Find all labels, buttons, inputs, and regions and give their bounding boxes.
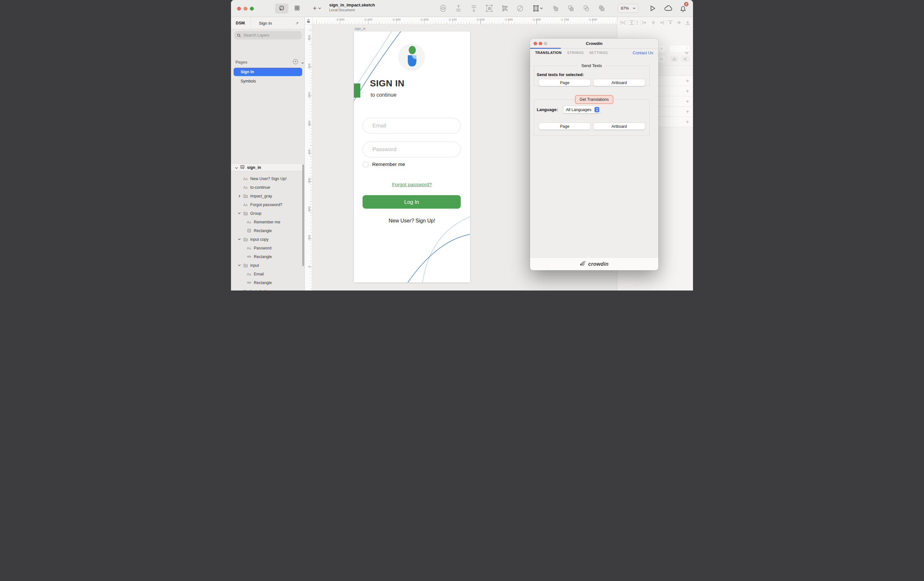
minimize-button[interactable] xyxy=(244,7,248,11)
email-field[interactable]: Email xyxy=(363,118,461,134)
add-style-button[interactable]: + xyxy=(686,99,689,104)
forgot-password-link[interactable]: Forgot password? xyxy=(354,182,470,187)
ungroup-button[interactable] xyxy=(500,4,509,13)
move-backward-button[interactable] xyxy=(470,4,478,13)
remember-me-checkbox[interactable] xyxy=(363,162,368,167)
contact-us-link[interactable]: Contact Us xyxy=(633,50,653,55)
chevron-right-icon[interactable] xyxy=(238,195,241,198)
layer-row-artboard-root[interactable]: sign_in xyxy=(231,163,304,171)
password-field[interactable]: Password xyxy=(363,142,461,157)
align-middle-vertical-icon[interactable] xyxy=(676,20,681,26)
log-in-button[interactable]: Log In xyxy=(363,195,461,209)
get-artboard-button[interactable]: Artboard xyxy=(594,123,645,130)
horizontal-ruler: -2 500 -2 400 -2 300 -2 200 -2 100 -2 00… xyxy=(312,17,617,25)
text-layer-icon: Aa xyxy=(243,177,248,181)
layer-row[interactable]: login button xyxy=(231,287,304,290)
artboard-subheading[interactable]: to continue xyxy=(371,92,396,98)
layer-row[interactable]: AaNew User? Sign Up! xyxy=(231,174,304,183)
tab-strings[interactable]: STRINGS xyxy=(567,51,584,55)
add-style-button[interactable]: + xyxy=(686,119,689,124)
rectangle-layer-icon xyxy=(246,256,252,257)
search-icon xyxy=(237,33,241,38)
green-accent-rectangle[interactable] xyxy=(354,83,360,98)
tab-dsm[interactable]: DSM. xyxy=(231,17,251,29)
sidebar: DSM. Sign In ↗ Pages + Sign In Symbols s… xyxy=(231,17,305,290)
folder-icon xyxy=(243,194,248,198)
search-input[interactable] xyxy=(243,33,291,38)
chevron-down-icon[interactable] xyxy=(238,264,241,266)
chevron-down-icon[interactable] xyxy=(235,165,238,170)
ruler-tick-label: -2 100 xyxy=(448,18,457,21)
zoom-level-value: 87% xyxy=(621,6,629,11)
get-page-button[interactable]: Page xyxy=(539,123,590,130)
distribute-horizontally-icon[interactable] xyxy=(620,20,625,26)
close-button[interactable] xyxy=(237,7,241,11)
align-bottom-icon[interactable] xyxy=(685,20,690,26)
zoom-window-button[interactable] xyxy=(250,7,254,11)
align-top-icon[interactable] xyxy=(668,20,673,26)
align-left-icon[interactable] xyxy=(642,20,647,26)
frame-tool-button[interactable] xyxy=(531,4,544,13)
create-symbol-button[interactable] xyxy=(439,4,447,13)
artboard-heading[interactable]: SIGN IN xyxy=(370,78,404,89)
crowdin-titlebar[interactable]: Crowdin xyxy=(530,38,658,48)
page-item-sign-in[interactable]: Sign In xyxy=(234,68,302,76)
zoom-level-control[interactable]: 87% xyxy=(618,4,639,13)
add-style-button[interactable]: + xyxy=(686,78,689,83)
crowdin-tabs: TRANSLATION STRINGS SETTINGS xyxy=(535,51,608,55)
layer-row[interactable]: input xyxy=(231,261,304,270)
add-style-button[interactable]: + xyxy=(686,109,689,114)
align-right-icon[interactable] xyxy=(659,20,664,26)
boolean-union-button[interactable] xyxy=(551,4,559,13)
tab-settings[interactable]: SETTINGS xyxy=(589,51,608,55)
layer-row[interactable]: AaRemember me xyxy=(231,218,304,226)
layer-row[interactable]: Rectangle xyxy=(231,278,304,287)
canvas-view-toggle[interactable] xyxy=(275,3,289,13)
artboard-icon xyxy=(240,165,245,170)
layer-row[interactable]: Group xyxy=(231,209,304,218)
document-title-block: sign_in_impact.sketch Local Document xyxy=(329,3,375,12)
move-forward-button[interactable] xyxy=(454,4,463,13)
layer-row[interactable]: AaForgot password? xyxy=(231,200,304,209)
layer-row[interactable]: AaPassword xyxy=(231,243,304,252)
layer-row[interactable]: Aato-continue xyxy=(231,183,304,192)
ruler-lock[interactable] xyxy=(305,17,312,25)
tab-current-page[interactable]: Sign In ↗ xyxy=(251,17,304,29)
layer-row[interactable]: impact_gray xyxy=(231,192,304,200)
grid-view-toggle[interactable] xyxy=(291,3,303,13)
cloud-sync-icon[interactable] xyxy=(663,4,673,14)
preview-play-button[interactable] xyxy=(649,4,657,14)
sign-up-text[interactable]: New User? Sign Up! xyxy=(354,218,470,224)
send-page-button[interactable]: Page xyxy=(539,79,590,86)
search-layers-field[interactable] xyxy=(234,31,302,40)
artboard-sign-in[interactable]: SIGN IN to continue Email Password Remem… xyxy=(354,31,470,283)
more-options-kebab-icon[interactable] xyxy=(637,20,638,26)
chevron-down-icon[interactable] xyxy=(238,238,241,240)
group-button[interactable] xyxy=(485,4,493,13)
ruler-tick-label: -1 800 xyxy=(532,18,541,21)
add-style-button[interactable]: + xyxy=(686,88,689,94)
boolean-subtract-button[interactable] xyxy=(567,4,575,13)
insert-button[interactable]: + xyxy=(313,4,321,13)
sketch-app-window: + sign_in_impact.sketch Local Document 8… xyxy=(231,0,693,290)
sidebar-scrollbar[interactable] xyxy=(302,164,304,266)
layer-row[interactable]: Rectangle xyxy=(231,252,304,261)
get-translations-button[interactable]: Get Translations xyxy=(575,95,614,104)
boolean-difference-button[interactable] xyxy=(597,4,606,13)
align-center-horizontal-icon[interactable] xyxy=(651,20,656,26)
language-select[interactable]: All Languages xyxy=(563,106,600,113)
artboard-title-label[interactable]: sign_in xyxy=(355,26,366,30)
mask-button[interactable] xyxy=(516,4,524,13)
pages-collapse-chevron-icon[interactable] xyxy=(301,60,304,66)
layer-row[interactable]: AaEmail xyxy=(231,270,304,278)
layer-row[interactable]: Rectangle xyxy=(231,226,304,235)
chevron-down-icon[interactable] xyxy=(238,212,241,214)
layer-row[interactable]: input copy xyxy=(231,235,304,243)
distribute-vertically-icon[interactable] xyxy=(629,20,634,26)
page-item-symbols[interactable]: Symbols xyxy=(234,77,302,85)
tab-translation[interactable]: TRANSLATION xyxy=(535,51,561,55)
send-artboard-button[interactable]: Artboard xyxy=(594,79,645,86)
document-subtitle: Local Document xyxy=(329,8,375,12)
boolean-intersect-button[interactable] xyxy=(582,4,590,13)
add-page-button[interactable]: + xyxy=(293,59,298,64)
